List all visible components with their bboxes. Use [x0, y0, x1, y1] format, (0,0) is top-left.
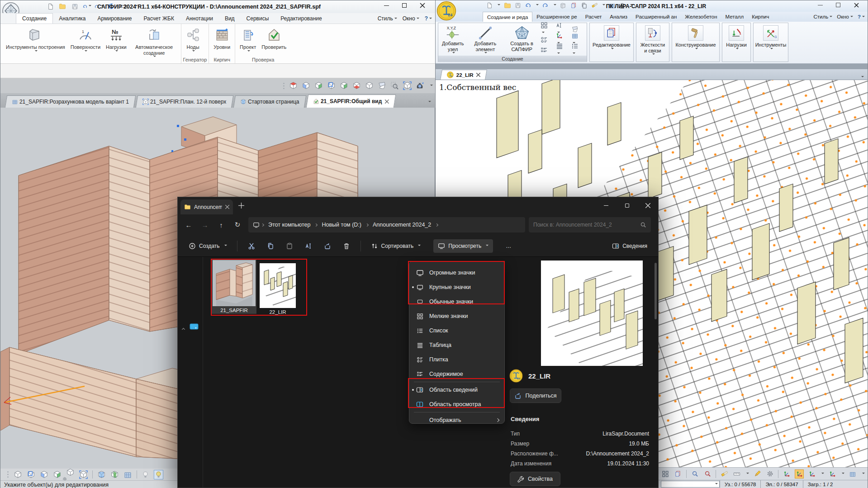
breadcrumb-drive-d[interactable]: Новый том (D:)	[319, 220, 364, 230]
loads-button[interactable]: Нагрузки	[722, 23, 751, 62]
settings-gear-icon[interactable]	[765, 469, 774, 479]
tab-zhelezobeton[interactable]: Железобетон	[681, 12, 721, 22]
tab-kirpich[interactable]: Кирпич	[748, 12, 773, 22]
solid-mode-icon[interactable]	[27, 470, 35, 479]
view-top-icon[interactable]	[289, 81, 298, 90]
view-bottom-icon[interactable]	[352, 81, 361, 90]
analytic-grid-icon[interactable]	[123, 470, 132, 479]
close-tab-icon[interactable]	[476, 73, 480, 77]
minimize-button[interactable]	[596, 197, 617, 213]
maximize-button[interactable]	[617, 197, 637, 213]
save-icon[interactable]	[70, 2, 79, 11]
tab-create-edit[interactable]: Создание и реда	[483, 12, 532, 22]
delete-button[interactable]	[338, 238, 355, 254]
new-document-icon[interactable]	[486, 2, 493, 9]
surfaces-button[interactable]: Поверхности	[68, 25, 103, 60]
display-settings-icon[interactable]	[66, 468, 75, 481]
minimize-button[interactable]	[383, 2, 389, 9]
doctab-start-page[interactable]: Стартовая страница	[233, 95, 306, 108]
frame-red-icon[interactable]	[674, 469, 683, 479]
menu-item-huge-icons[interactable]: Огромные значки	[409, 265, 504, 280]
maximize-button[interactable]	[835, 2, 841, 8]
menu-item-list[interactable]: Список	[409, 323, 504, 338]
view-perspective-icon[interactable]	[378, 81, 386, 90]
scale-dropdown[interactable]	[661, 481, 720, 488]
window-menu[interactable]: Окно	[403, 15, 419, 22]
fragment-icon[interactable]	[848, 469, 857, 479]
search-input[interactable]	[533, 222, 640, 228]
frame-view-icon[interactable]	[661, 469, 670, 479]
refresh-icon[interactable]: ↻	[231, 218, 244, 231]
tab-vid[interactable]: Вид	[219, 13, 241, 24]
auto-create-button[interactable]: Автоматическое создание	[129, 25, 179, 60]
desktop-item-icon[interactable]	[190, 323, 199, 331]
axis-xz-icon[interactable]	[807, 469, 816, 479]
wireframe-mode-icon[interactable]	[14, 470, 22, 479]
maximize-button[interactable]	[401, 2, 408, 9]
minimize-button[interactable]	[817, 2, 823, 8]
tab-advanced-analysis[interactable]: Расширенный ан	[631, 12, 681, 22]
levels-button[interactable]: Уровни	[211, 25, 233, 57]
copy-button[interactable]	[262, 238, 279, 254]
properties-button[interactable]: Свойства	[510, 472, 560, 486]
open-folder-icon[interactable]	[504, 2, 511, 9]
back-icon[interactable]: ←	[182, 218, 195, 231]
tab-raschet-zhbk[interactable]: Расчет ЖБК	[138, 13, 180, 24]
zoom-cancel-icon[interactable]	[703, 469, 712, 479]
doctab-model-variant[interactable]: 21_SAPFIR:Розрахункова модель варіант 1	[5, 95, 136, 108]
tab-metall[interactable]: Металл	[721, 12, 748, 22]
build-tools-button[interactable]: Инструменты построения	[3, 25, 68, 60]
close-button[interactable]	[637, 197, 658, 213]
close-tab-icon[interactable]	[385, 99, 389, 104]
arch-tool-icon[interactable]	[541, 36, 556, 43]
frame-tool-icon[interactable]	[541, 22, 556, 37]
tab-servisy[interactable]: Сервисы	[241, 13, 275, 24]
editing-button[interactable]: Редактирование	[589, 23, 634, 62]
textured-mode-icon[interactable]	[53, 470, 62, 479]
sort-button[interactable]: Сортировать	[366, 239, 426, 253]
shaded-mode-icon[interactable]	[40, 470, 48, 479]
see-more-button[interactable]: …	[501, 240, 516, 252]
pencil-icon[interactable]	[753, 469, 762, 479]
view-right-icon[interactable]	[340, 81, 348, 90]
doctab-plan-12[interactable]: 21_SAPFIR:План. 12-й поверх	[136, 95, 233, 108]
axis-all-icon[interactable]	[795, 469, 804, 479]
tools-button[interactable]: Инструменты	[753, 23, 788, 62]
redo-icon[interactable]	[542, 2, 549, 9]
building-tool-icon[interactable]	[541, 47, 556, 54]
lira-logo-icon[interactable]	[436, 1, 456, 21]
tab-annotacii[interactable]: Аннотации	[180, 13, 219, 24]
section-xz-icon[interactable]	[97, 470, 106, 479]
section-yz-icon[interactable]	[110, 470, 119, 479]
toolbar-collapse-icon[interactable]	[862, 473, 865, 475]
window-menu[interactable]: Окно	[837, 14, 853, 19]
tab-redaktirovanie[interactable]: Редактирование	[275, 13, 327, 24]
share-button[interactable]	[319, 238, 336, 254]
forward-icon[interactable]: →	[199, 218, 211, 231]
flashlight-icon[interactable]	[720, 469, 729, 479]
open-folder-icon[interactable]	[58, 2, 67, 11]
add-element-button[interactable]: Добавить элемент	[467, 23, 503, 56]
new-tab-icon[interactable]	[238, 203, 244, 208]
close-tab-icon[interactable]	[225, 205, 229, 209]
menu-item-table[interactable]: Таблица	[409, 338, 504, 352]
menu-item-small-icons[interactable]: Мелкие значки	[409, 309, 504, 323]
menu-item-preview-pane[interactable]: Область просмотра	[409, 397, 504, 412]
axis-view-icon[interactable]	[782, 469, 791, 479]
share-file-button[interactable]: Поделиться	[510, 389, 561, 403]
view-iso-icon[interactable]	[365, 81, 374, 90]
design-button[interactable]: Конструирование	[672, 23, 720, 62]
toolbar-collapse-icon[interactable]	[430, 85, 433, 87]
menu-item-large-icons[interactable]: Крупные значки	[409, 280, 504, 294]
tab-analiz[interactable]: Анализ	[606, 12, 631, 22]
zoom-extents-icon[interactable]	[79, 470, 88, 479]
menu-item-medium-icons[interactable]: Обычные значки	[409, 294, 504, 309]
save-icon[interactable]	[515, 2, 521, 9]
paste-button[interactable]	[281, 238, 298, 254]
breadcrumb-this-pc[interactable]: Этот компьютер	[266, 220, 313, 230]
style-menu[interactable]: Стиль	[814, 14, 833, 19]
up-icon[interactable]: ↑	[215, 218, 228, 231]
close-button[interactable]	[419, 2, 426, 9]
view-front-icon[interactable]	[302, 81, 310, 90]
rename-button[interactable]	[300, 238, 317, 254]
